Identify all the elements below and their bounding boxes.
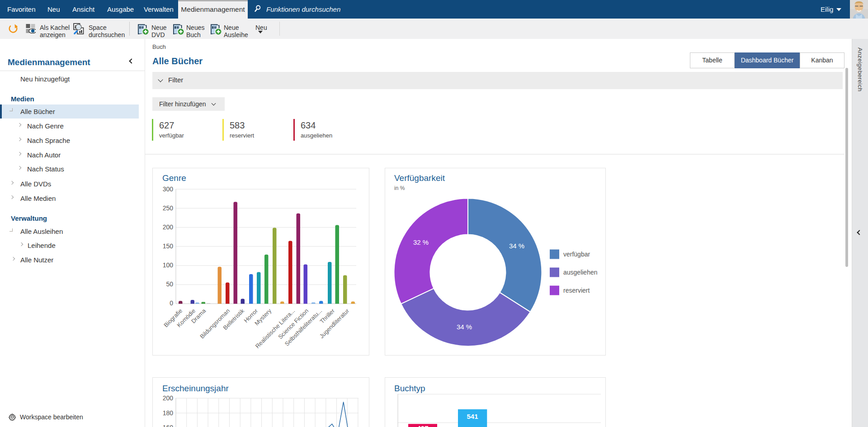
svg-text:150: 150 (163, 242, 174, 250)
svg-text:100: 100 (163, 261, 174, 269)
svg-text:0: 0 (170, 299, 173, 307)
svg-text:ausgeliehen: ausgeliehen (563, 269, 598, 276)
svg-text:541: 541 (467, 413, 478, 420)
svg-text:reserviert: reserviert (563, 287, 590, 294)
svg-text:180: 180 (163, 409, 174, 417)
svg-text:50: 50 (166, 280, 173, 288)
svg-text:34 %: 34 % (509, 242, 524, 250)
svg-text:verfügbar: verfügbar (563, 251, 590, 258)
svg-text:200: 200 (163, 223, 174, 231)
svg-text:250: 250 (163, 204, 174, 212)
svg-text:34 %: 34 % (457, 323, 472, 331)
svg-text:300: 300 (163, 185, 174, 193)
svg-text:160: 160 (163, 424, 174, 427)
svg-text:200: 200 (163, 394, 174, 402)
svg-text:497: 497 (417, 424, 428, 427)
svg-text:32 %: 32 % (413, 238, 429, 246)
